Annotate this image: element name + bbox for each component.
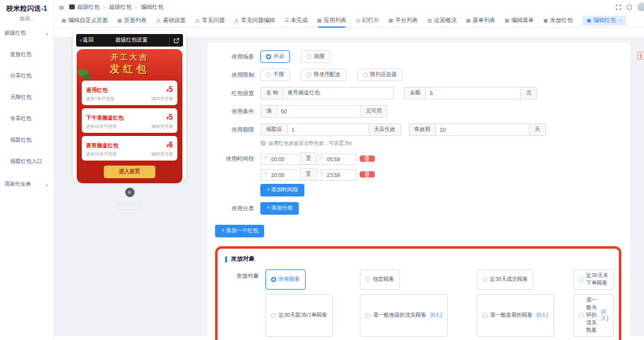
tab-label: 发放红包 xyxy=(550,16,573,25)
enter-home-button[interactable]: 进入首页 xyxy=(104,166,155,178)
sidebar-item-zhuanxiang[interactable]: 专享红包 xyxy=(0,115,53,123)
tab-platform-list[interactable]: ▦平台列表 xyxy=(389,14,418,28)
section-marker xyxy=(225,256,227,263)
tab-faq-edit[interactable]: 人常见问题编辑 xyxy=(234,14,275,28)
share-icon[interactable] xyxy=(169,34,183,47)
tab-label: 常见问题编辑 xyxy=(241,16,275,25)
chart-icon: ▥ xyxy=(427,18,432,23)
packet-amount-input[interactable] xyxy=(425,87,521,99)
form-row-audience: 发放对象 所有顾客 指定顾客 近30天成交顾客 近30天未下单顾客 近30天取消… xyxy=(219,269,614,340)
radio-icon xyxy=(365,277,370,282)
radio-audience-retain-normal[interactable]: 需一般挽留的流失顾客(0人) xyxy=(360,294,448,337)
form-row-timerange-1: 使用时间段 ◷ 至 ◷ xyxy=(214,152,621,165)
tab-menu-edit[interactable]: ▦编辑菜单 xyxy=(505,14,535,28)
sidebar-item-fenxiang[interactable]: 分享红包 xyxy=(0,72,53,80)
close-icon[interactable]: × xyxy=(619,18,622,23)
grid-icon: ▦ xyxy=(118,18,123,23)
sidebar-item-lingqu-rukou[interactable]: 领取红包入口 xyxy=(0,158,53,166)
form-row-timerange-2: ◷ 至 ◷ xyxy=(214,168,621,181)
tab-send-redpacket[interactable]: ▣发放红包 xyxy=(543,14,573,28)
tab-basic-settings[interactable]: 人基础设置 xyxy=(156,14,186,28)
amount-addon: 金额 xyxy=(404,87,425,99)
add-timerange-button[interactable]: + 添加时间段 xyxy=(260,184,304,196)
trash-icon xyxy=(364,171,370,178)
collapse-menu-icon[interactable]: ▤ xyxy=(59,4,64,10)
trash-icon xyxy=(364,156,370,162)
tab-label: 平台列表 xyxy=(395,16,418,25)
validity-input[interactable] xyxy=(435,123,530,136)
tab-edit-redpacket[interactable]: ▣编辑红包× xyxy=(582,16,626,26)
coupon-days: 还有10天可使用 xyxy=(86,123,116,130)
radio-scene-paotui[interactable]: 跑腿 xyxy=(301,50,330,63)
radio-audience-30d-deal[interactable]: 近30天成交顾客 xyxy=(477,269,533,290)
grid-icon: ▦ xyxy=(62,18,67,23)
sidebar-item-tianjiang[interactable]: 天降红包 xyxy=(0,94,53,101)
feedback-edge-badge[interactable]: ❙ xyxy=(637,52,644,60)
grid-icon: ▦ xyxy=(317,18,322,23)
tab-page-list[interactable]: ▦页面列表 xyxy=(118,14,147,28)
add-category-button[interactable]: + 添加分类 xyxy=(260,202,299,215)
clock-icon: ◷ xyxy=(319,171,323,176)
tab-label: 页面列表 xyxy=(124,16,147,25)
tab-app-list[interactable]: ▦应用列表 xyxy=(317,14,347,28)
sidebar-group-label: 商家代金券 xyxy=(4,181,31,188)
chip-label: 所有顾客 xyxy=(279,276,300,283)
add-redpacket-button[interactable]: + 添加一个红包 xyxy=(215,225,264,237)
breadcrumb-item[interactable]: 编辑红包 xyxy=(141,3,164,11)
radio-audience-specified[interactable]: 指定顾客 xyxy=(360,269,400,290)
sidebar-item-lingqu[interactable]: 领取红包 xyxy=(0,137,53,144)
period-delay-input[interactable] xyxy=(287,123,369,136)
section-title: 发放对象 xyxy=(231,255,255,263)
avatar[interactable] xyxy=(637,3,644,11)
radio-audience-30d-noorder[interactable]: 近30天未下单顾客 xyxy=(573,269,614,290)
field-label: 发放对象 xyxy=(219,269,259,280)
radio-audience-care-normal[interactable]: 需一般关怀的流失熟客(0人) xyxy=(573,294,614,337)
tab-faq[interactable]: 人常见问题 xyxy=(195,14,225,28)
condition-input[interactable] xyxy=(277,105,361,118)
packet-name-input[interactable] xyxy=(283,87,394,99)
refresh-icon[interactable] xyxy=(626,4,632,10)
tab-slides[interactable]: ◎幻灯片 xyxy=(356,14,379,28)
banner-line1: 开工大吉 xyxy=(77,52,182,63)
radio-icon xyxy=(266,54,271,59)
tab-edit-custom-page[interactable]: ▦编辑自定义页面 xyxy=(62,14,108,28)
period-note: 如需红包发放后立即生效，可设置为0 xyxy=(269,140,352,147)
condition-addon: 满 xyxy=(260,105,277,118)
radio-icon xyxy=(365,313,370,318)
delete-timerange-button[interactable] xyxy=(360,156,375,162)
back-button[interactable]: ‹返回 xyxy=(76,37,94,44)
fullscreen-icon[interactable] xyxy=(616,4,621,10)
sidebar-group-super-redpacket[interactable]: 超级红包 ∧ xyxy=(0,30,53,37)
form-row-add-packet: + 添加一个红包 xyxy=(214,225,621,237)
tab-unfinished[interactable]: ☰未完成 xyxy=(284,14,308,28)
tab-operation-overview[interactable]: ▥运营概况 xyxy=(427,14,457,28)
audience-section-highlight: 发放对象 发放对象 所有顾客 指定顾客 近30天成交顾客 近30天未下单顾客 近… xyxy=(215,246,621,340)
radio-scene-waimai[interactable]: 外卖 xyxy=(260,50,290,63)
coupon-days: 还有7天可使用 xyxy=(86,96,114,102)
radio-audience-all[interactable]: 所有顾客 xyxy=(265,269,306,290)
breadcrumb-item[interactable]: 超级红包 xyxy=(77,3,100,11)
coupon-condition: 满40元可用 xyxy=(151,123,173,130)
radio-audience-develop-normal[interactable]: 需一般发展的顾客(0人) xyxy=(477,294,554,337)
radio-audience-30d-cancel[interactable]: 近30天取消订单顾客 xyxy=(265,294,333,337)
radio-restrict-pickup[interactable]: 限到店自提 xyxy=(357,69,403,81)
radio-restrict-none[interactable]: 不限 xyxy=(260,69,290,81)
sidebar-item-fafang[interactable]: 发放红包 xyxy=(0,51,53,59)
radio-icon xyxy=(579,277,584,282)
form-row-period-note: i如需红包发放后立即生效，可设置为0 xyxy=(214,139,621,147)
radio-restrict-delivery[interactable]: 限使用配送 xyxy=(301,69,347,81)
name-addon: 名 称 xyxy=(260,87,283,99)
breadcrumb-item[interactable]: 超级红包 xyxy=(109,3,131,11)
delete-timerange-button[interactable] xyxy=(360,171,375,178)
chip-count: (0人) xyxy=(430,312,442,319)
content-area: ❙ ‹返回 超级红包设置 开工大吉 发红包 xyxy=(54,28,644,340)
sidebar-group-coupon[interactable]: 商家代金券 ∨ xyxy=(0,181,53,188)
sidebar-group-label: 超级红包 xyxy=(4,30,26,37)
tab-menu-list[interactable]: ▦菜单列表 xyxy=(466,14,496,28)
close-icon[interactable]: ✕ xyxy=(125,188,135,197)
chip-label: 指定顾客 xyxy=(373,276,394,283)
chip-label: 需一般挽留的流失顾客 xyxy=(373,312,426,319)
coupon-amount: ¥5 xyxy=(166,111,173,122)
chevron-down-icon: ∨ xyxy=(46,183,48,187)
coupon-name: 下午茶频道红包 xyxy=(86,115,124,122)
